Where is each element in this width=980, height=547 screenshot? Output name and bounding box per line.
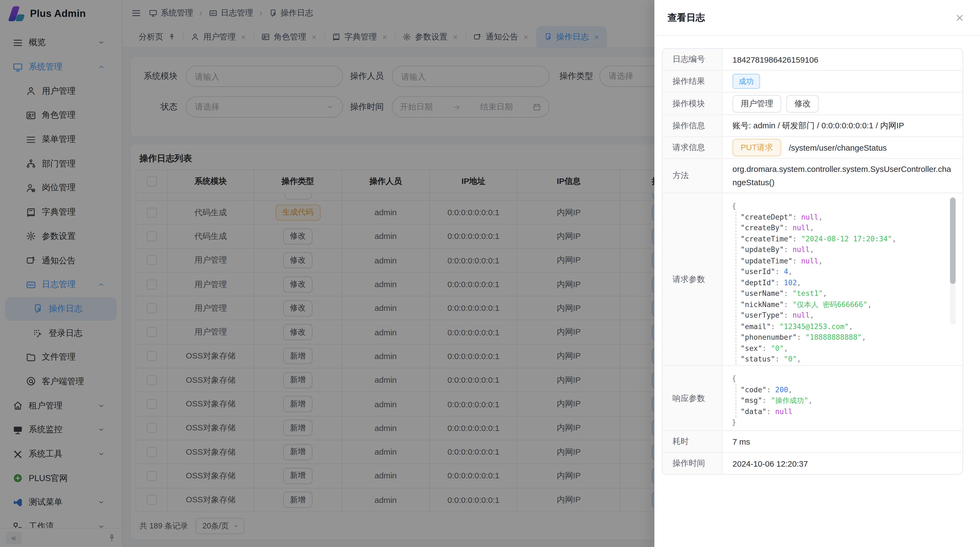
detail-label: 日志编号 bbox=[663, 49, 722, 70]
detail-row-op-info: 操作信息账号: admin / 研发部门 / 0:0:0:0:0:0:0:1 /… bbox=[663, 115, 963, 136]
module-tag: 用户管理 bbox=[733, 95, 781, 112]
detail-value: 用户管理修改 bbox=[722, 92, 963, 115]
request-url: /system/user/changeStatus bbox=[789, 143, 887, 152]
close-icon[interactable] bbox=[955, 13, 964, 22]
detail-value: 1842781986426159106 bbox=[722, 49, 963, 70]
detail-row-method: 方法org.dromara.system.controller.system.S… bbox=[663, 158, 963, 193]
detail-value: PUT请求/system/user/changeStatus bbox=[722, 137, 963, 158]
view-log-drawer: 查看日志 日志编号1842781986426159106操作结果成功操作模块用户… bbox=[654, 0, 980, 547]
detail-value: 2024-10-06 12:20:37 bbox=[722, 453, 963, 474]
plus-admin-app: Plus Admin 概览系统管理用户管理角色管理菜单管理部门管理岗位管理字典管… bbox=[0, 0, 980, 547]
detail-value: { "code": 200, "msg": "操作成功", "data": nu… bbox=[722, 366, 963, 430]
detail-row-resp-params: 响应参数{ "code": 200, "msg": "操作成功", "data"… bbox=[663, 365, 963, 431]
detail-label: 方法 bbox=[663, 159, 722, 193]
detail-row-log-id: 日志编号1842781986426159106 bbox=[663, 49, 963, 70]
scrollbar-track[interactable] bbox=[950, 196, 956, 325]
detail-label: 请求信息 bbox=[663, 137, 722, 158]
detail-row-req-params: 请求参数{ "createDept": null, "createBy": nu… bbox=[663, 193, 963, 365]
http-method-tag: PUT请求 bbox=[733, 139, 781, 156]
indent-guide bbox=[735, 211, 736, 365]
detail-label: 响应参数 bbox=[663, 366, 722, 430]
detail-value: 成功 bbox=[722, 70, 963, 92]
detail-value: { "createDept": null, "createBy": null, … bbox=[722, 193, 963, 365]
module-tag: 修改 bbox=[786, 95, 819, 112]
detail-label: 操作模块 bbox=[663, 92, 722, 115]
scrollbar-thumb[interactable] bbox=[950, 198, 956, 284]
detail-label: 操作信息 bbox=[663, 115, 722, 136]
detail-row-cost-time: 耗时7 ms bbox=[663, 431, 963, 452]
log-detail-descriptions: 日志编号1842781986426159106操作结果成功操作模块用户管理修改操… bbox=[662, 48, 963, 475]
detail-row-op-time: 操作时间2024-10-06 12:20:37 bbox=[663, 452, 963, 474]
detail-value: org.dromara.system.controller.system.Sys… bbox=[722, 159, 963, 193]
result-tag: 成功 bbox=[733, 74, 760, 89]
detail-label: 操作时间 bbox=[663, 453, 722, 474]
detail-label: 耗时 bbox=[663, 431, 722, 452]
indent-guide bbox=[735, 384, 736, 417]
detail-row-req-info: 请求信息PUT请求/system/user/changeStatus bbox=[663, 137, 963, 158]
detail-value: 账号: admin / 研发部门 / 0:0:0:0:0:0:0:1 / 内网I… bbox=[722, 115, 963, 136]
detail-value: 7 ms bbox=[722, 431, 963, 452]
detail-label: 操作结果 bbox=[663, 70, 722, 92]
drawer-title: 查看日志 bbox=[668, 11, 705, 24]
drawer-header: 查看日志 bbox=[654, 0, 980, 36]
detail-row-op-module: 操作模块用户管理修改 bbox=[663, 92, 963, 115]
detail-row-op-result: 操作结果成功 bbox=[663, 70, 963, 92]
detail-label: 请求参数 bbox=[663, 193, 722, 365]
